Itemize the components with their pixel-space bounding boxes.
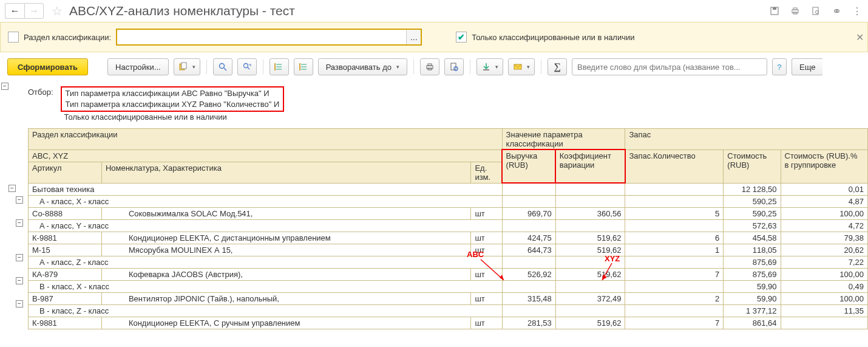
svg-rect-1 — [773, 7, 776, 10]
find-button[interactable] — [213, 58, 232, 75]
help-button[interactable]: ? — [772, 58, 787, 75]
header-cost: Стоимость (RUB) — [724, 149, 781, 183]
expand-to-button[interactable]: Разворачивать до▾ — [318, 58, 407, 75]
expand-all-button[interactable] — [270, 58, 289, 75]
preview-icon[interactable] — [810, 5, 822, 17]
tree-toggle[interactable]: − — [16, 196, 23, 204]
header-nomenclature: Номенклатура, Характеристика — [101, 162, 471, 183]
header-param-value: Значение параметра классификации — [502, 128, 625, 149]
filter-info: Отбор: Тип параметра классификации ABC Р… — [0, 81, 868, 128]
filter-line-2: Тип параметра классификации XYZ Равно "К… — [66, 99, 280, 110]
header-abc-xyz: ABC, XYZ — [29, 149, 503, 162]
filter-line-3: Только классифицированные или в наличии — [61, 112, 285, 123]
expand-to-label: Разворачивать до — [326, 63, 392, 72]
table-row-item[interactable]: В-987Вентилятор JIPONIC (Тайв.), напольн… — [29, 292, 868, 304]
table-row-item[interactable]: К-9881Кондиционер ELEKTA, С ручным управ… — [29, 317, 868, 329]
sum-button[interactable]: ∑ — [548, 58, 567, 75]
table-row-item[interactable]: М-15Мясорубка MOULINEX А 15,шт644,73519,… — [29, 244, 868, 256]
header-stock-qty: Запас.Количество — [625, 149, 724, 183]
more-button[interactable]: Еще — [792, 58, 822, 75]
favorite-star-icon[interactable]: ☆ — [49, 2, 66, 19]
find-next-button[interactable] — [237, 58, 257, 75]
tree-toggle[interactable]: − — [16, 219, 23, 227]
variants-button[interactable] — [174, 58, 200, 75]
svg-rect-3 — [793, 8, 797, 10]
back-button[interactable]: ← — [5, 3, 24, 19]
svg-rect-20 — [428, 64, 432, 66]
print-preview-button[interactable] — [444, 58, 464, 75]
section-label: Раздел классификации: — [24, 33, 111, 42]
svg-rect-8 — [181, 63, 186, 69]
header-article: Артикул — [29, 162, 102, 183]
filter-info-label: Отбор: — [28, 86, 53, 123]
settings-button[interactable]: Настройки... — [107, 58, 169, 75]
section-input[interactable] — [117, 30, 406, 44]
only-classified-checkbox[interactable] — [456, 32, 467, 43]
print-button[interactable] — [420, 58, 439, 75]
close-filter-icon[interactable]: ✕ — [856, 32, 864, 43]
tree-toggle[interactable]: − — [16, 254, 23, 261]
svg-line-10 — [224, 68, 226, 70]
forward-button[interactable]: → — [24, 3, 44, 19]
header-cost-pct: Стоимость (RUB).% в группировке — [781, 149, 867, 183]
table-row-item[interactable]: КА-879Кофеварка JACOBS (Австрия),шт526,9… — [29, 268, 868, 280]
tree-toggle[interactable]: − — [16, 277, 23, 284]
header-section: Раздел классификации — [29, 128, 503, 149]
only-classified-label: Только классифицированные или в наличии — [472, 33, 634, 42]
page-title: ABC/XYZ-анализ номенклатуры - тест — [69, 4, 768, 18]
generate-button[interactable]: Сформировать — [7, 58, 88, 75]
save-as-button[interactable] — [476, 58, 503, 75]
table-row-group[interactable]: A - класс, Y - класс572,634,72 — [29, 219, 868, 232]
more-menu-icon[interactable]: ⋮ — [851, 5, 863, 17]
section-checkbox[interactable] — [8, 32, 19, 43]
collapse-all-button[interactable] — [294, 58, 313, 75]
send-button[interactable] — [508, 58, 535, 75]
svg-line-12 — [248, 67, 249, 69]
section-select-button[interactable]: … — [406, 30, 421, 44]
table-row-item[interactable]: К-9881Кондиционер ELEKTA, С дистанционны… — [29, 232, 868, 244]
header-variation: Коэффициент вариации — [555, 149, 625, 183]
header-stock: Запас — [625, 128, 868, 149]
report-table: Раздел классификации Значение параметра … — [28, 128, 868, 329]
tree-toggle[interactable]: − — [16, 300, 23, 307]
table-row-group[interactable]: Бытовая техника12 128,500,01 — [29, 183, 868, 195]
report-area: − Отбор: Тип параметра классификации ABC… — [0, 81, 868, 329]
save-icon[interactable] — [768, 5, 781, 17]
table-row-item[interactable]: Со-8888Соковыжималка SOLAC Мод.541,шт969… — [29, 207, 868, 219]
svg-point-11 — [243, 64, 248, 68]
table-row-group[interactable]: A - класс, X - класс590,254,87 — [29, 195, 868, 207]
header-revenue: Выручка (RUB) — [502, 149, 555, 183]
title-bar: ← → ☆ ABC/XYZ-анализ номенклатуры - тест… — [0, 0, 868, 22]
table-row-group[interactable]: B - класс, Z - класс1 377,1211,35 — [29, 304, 868, 317]
filter-bar: Раздел классификации: … Только классифиц… — [0, 22, 868, 52]
toolbar: Сформировать Настройки... Разворачивать … — [0, 52, 868, 81]
tree-collapse-root[interactable]: − — [1, 83, 8, 90]
filter-line-1: Тип параметра классификации ABC Равно "В… — [66, 88, 280, 99]
table-row-group[interactable]: B - класс, X - класс59,900,49 — [29, 280, 868, 292]
tree-toggle[interactable]: − — [8, 185, 16, 192]
print-icon[interactable] — [789, 5, 801, 17]
section-combo[interactable]: … — [116, 29, 422, 46]
svg-rect-22 — [451, 63, 456, 70]
link-icon[interactable]: ⚭ — [830, 5, 843, 17]
header-unit: Ед. изм. — [471, 162, 502, 183]
table-row-group[interactable]: A - класс, Z - класс875,697,22 — [29, 256, 868, 268]
svg-point-9 — [219, 64, 224, 69]
filter-search-input[interactable] — [572, 58, 767, 75]
filter-highlight-box: Тип параметра классификации ABC Равно "В… — [61, 86, 285, 112]
